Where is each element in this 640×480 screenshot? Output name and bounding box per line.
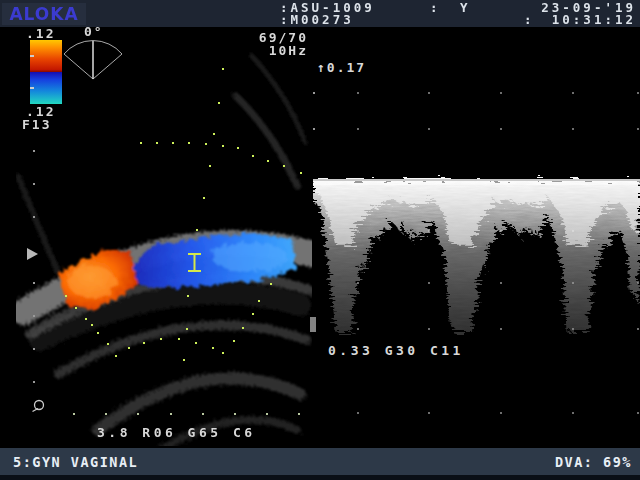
- probe-orientation-icon: [33, 401, 44, 412]
- color-box-right-edge-dot: [242, 327, 244, 329]
- dva-indicator: DVA: 69%: [555, 454, 632, 470]
- flag-indicator: Y: [460, 2, 471, 14]
- width-scale-bottom-dot: [202, 413, 204, 415]
- spectrum-grid-dot: [357, 328, 359, 330]
- color-box-left-edge-dot: [115, 355, 117, 357]
- color-box-bottom-edge-dot: [178, 338, 180, 340]
- top-status-bar: ALOKA :ASU-1009 :M00273 : Y 23-09-'19 : …: [0, 0, 640, 27]
- spectrum-grid-dot: [500, 412, 502, 414]
- spectral-doppler-image: [313, 92, 640, 414]
- color-box-top-edge-dot: [222, 145, 224, 147]
- spectrum-grid-dot: [637, 128, 639, 130]
- width-scale-bottom-dot: [137, 413, 139, 415]
- spectrum-grid-dot: [500, 282, 502, 284]
- steer-angle-label: 0°: [84, 25, 104, 38]
- width-scale-bottom-dot: [234, 413, 236, 415]
- aloka-logo: ALOKA: [2, 3, 86, 25]
- depth-scale-left-dot: [33, 381, 35, 383]
- color-box-top-edge-dot: [252, 155, 254, 157]
- bottom-status-bar: 5:GYN VAGINAL DVA: 69%: [0, 448, 640, 475]
- color-box-bottom-edge-dot: [212, 347, 214, 349]
- wall-filter-label: F13: [22, 118, 51, 131]
- spectrum-grid-dot: [637, 328, 639, 330]
- field-separator: :: [430, 2, 441, 14]
- color-box-left-edge-dot: [85, 318, 87, 320]
- depth-scale-left-dot: [33, 150, 35, 152]
- spectrum-grid-dot: [572, 412, 574, 414]
- width-scale-bottom-dot: [170, 413, 172, 415]
- focus-arrow-icon: [27, 248, 38, 260]
- pw-cursor-line-dot: [186, 328, 188, 330]
- color-velocity-scale-bar: [30, 40, 62, 104]
- color-box-right-edge-dot: [258, 300, 260, 302]
- aloka-logo-text: ALOKA: [9, 4, 78, 24]
- color-bar-tick: [30, 87, 34, 89]
- bmode-params-label: 3.8 R06 G65 C6: [97, 426, 256, 439]
- pw-cursor-line-dot: [213, 133, 215, 135]
- depth-scale-left-dot: [33, 183, 35, 185]
- depth-scale-left-dot: [33, 348, 35, 350]
- spectrum-grid-dot: [572, 92, 574, 94]
- pw-cursor-line-dot: [187, 295, 189, 297]
- spectrum-grid-dot: [428, 230, 430, 232]
- color-box-right-edge-dot: [252, 313, 254, 315]
- color-box-bottom-edge-dot: [195, 342, 197, 344]
- spectrum-grid-dot: [637, 412, 639, 414]
- spectrum-grid-dot: [500, 128, 502, 130]
- color-box-top-edge-dot: [300, 172, 302, 174]
- preset-label: 5:GYN VAGINAL: [13, 454, 138, 470]
- color-box-top-edge-dot: [267, 160, 269, 162]
- color-box-right-edge-dot: [270, 283, 272, 285]
- color-box-bottom-edge-dot: [160, 338, 162, 340]
- depth-scale-left-dot: [33, 216, 35, 218]
- color-box-left-edge-dot: [107, 343, 109, 345]
- pw-cursor-line-dot: [183, 359, 185, 361]
- color-box-top-edge-dot: [205, 143, 207, 145]
- spectrum-grid-dot: [428, 328, 430, 330]
- color-box-top-edge-dot: [156, 142, 158, 144]
- width-scale-bottom-dot: [266, 413, 268, 415]
- depth-scale-left-dot: [33, 315, 35, 317]
- color-box-left-edge-dot: [65, 295, 67, 297]
- pw-cursor-line-dot: [222, 68, 224, 70]
- color-scale-top-label: .12: [26, 27, 55, 40]
- pw-cursor-line-dot: [196, 229, 198, 231]
- velocity-cursor-label: ↑0.17: [317, 61, 366, 74]
- flow-orange-highlight: [68, 266, 116, 298]
- spectrum-grid-dot: [357, 128, 359, 130]
- spectrum-grid-dot: [428, 412, 430, 414]
- frame-rate: 10Hz: [236, 44, 308, 57]
- spectrum-grid-dot: [572, 128, 574, 130]
- steer-angle-fan-icon: [64, 41, 122, 79]
- spectrum-grid-dot: [500, 328, 502, 330]
- width-scale-bottom-dot: [73, 413, 75, 415]
- spectrum-grid-dot: [428, 282, 430, 284]
- color-box-top-edge-dot: [283, 165, 285, 167]
- pw-cursor-line-dot: [218, 102, 220, 104]
- color-box-bottom-edge-dot: [222, 352, 224, 354]
- bmode-sector-image: [18, 56, 311, 458]
- flow-blue-highlight: [212, 242, 288, 272]
- color-box-bottom-edge-dot: [143, 342, 145, 344]
- spectrum-grid-dot: [428, 128, 430, 130]
- ultrasound-screen: ALOKA :ASU-1009 :M00273 : Y 23-09-'19 : …: [0, 0, 640, 480]
- color-box-right-edge-dot: [233, 340, 235, 342]
- pw-cursor-line-dot: [209, 165, 211, 167]
- time-display: 10:31:12: [520, 14, 636, 26]
- color-box-bottom-edge-dot: [128, 347, 130, 349]
- color-box-top-edge-dot: [172, 142, 174, 144]
- color-box-left-edge-dot: [97, 332, 99, 334]
- width-scale-bottom-dot: [105, 413, 107, 415]
- spectrum-grid-dot: [637, 92, 639, 94]
- color-box-top-edge-dot: [237, 147, 239, 149]
- color-box-top-edge-dot: [140, 142, 142, 144]
- spectrum-left-marker: [310, 317, 316, 332]
- color-box-left-edge-dot: [91, 324, 93, 326]
- depth-scale-left-dot: [33, 282, 35, 284]
- bottom-edge-strip: [0, 475, 640, 480]
- spectrum-grid-dot: [357, 412, 359, 414]
- color-box-top-edge-dot: [188, 142, 190, 144]
- spectrum-left-ticks-dot: [313, 128, 315, 130]
- exam-id: :M00273: [280, 14, 354, 26]
- color-box-left-edge-dot: [75, 307, 77, 309]
